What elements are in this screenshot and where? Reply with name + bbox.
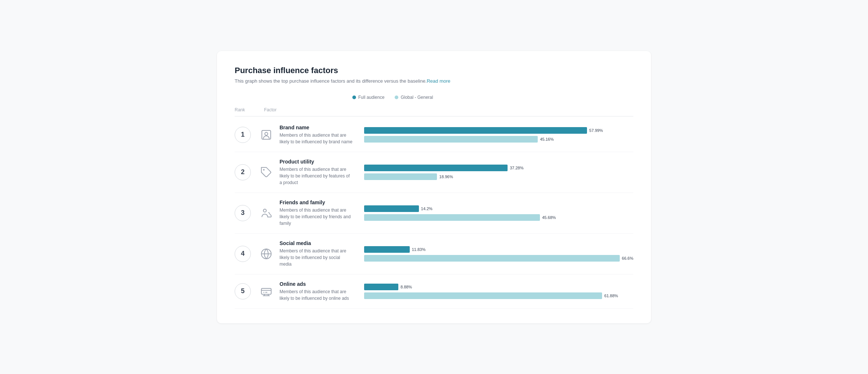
bar-global-wrapper-2: 18.96% — [364, 173, 633, 180]
bar-full-label-3: 14.2% — [421, 206, 433, 211]
legend: Full audience Global - General — [235, 95, 633, 100]
bar-full-wrapper-4: 11.83% — [364, 246, 633, 253]
factor-desc-5: Members of this audience that are likely… — [280, 288, 353, 302]
bar-global-label-3: 45.68% — [542, 215, 556, 220]
svg-point-4 — [264, 216, 265, 217]
factor-desc-4: Members of this audience that are likely… — [280, 248, 353, 267]
bar-full-2 — [364, 165, 508, 171]
legend-full-dot — [352, 96, 356, 99]
bar-full-label-1: 57.99% — [589, 128, 603, 133]
factor-text-2: Product utility Members of this audience… — [280, 159, 353, 186]
factor-icon-social — [258, 246, 274, 262]
factor-text-5: Online ads Members of this audience that… — [280, 281, 353, 302]
bar-full-wrapper-5: 8.88% — [364, 284, 633, 290]
bar-full-wrapper-2: 37.28% — [364, 165, 633, 171]
bar-global-label-5: 61.88% — [604, 294, 618, 298]
card: Purchase influence factors This graph sh… — [217, 51, 651, 323]
factor-name-2: Product utility — [280, 159, 353, 165]
factor-name-5: Online ads — [280, 281, 353, 287]
factor-text-3: Friends and family Members of this audie… — [280, 199, 353, 227]
bars-container-3: 14.2% 45.68% — [364, 205, 633, 221]
table-row: 5 Online ads Members of this audience th… — [235, 274, 633, 309]
rank-circle-2: 2 — [235, 164, 251, 180]
factor-name-4: Social media — [280, 240, 353, 246]
rank-circle-1: 1 — [235, 127, 251, 143]
col-factor-header: Factor — [264, 107, 352, 112]
table-row: 1 Brand name Members of this audience th… — [235, 118, 633, 152]
bar-full-label-2: 37.28% — [510, 166, 523, 170]
bars-container-4: 11.83% 66.6% — [364, 246, 633, 262]
bar-global-label-4: 66.6% — [622, 256, 633, 260]
rank-circle-3: 3 — [235, 205, 251, 221]
bar-global-3 — [364, 214, 540, 221]
bar-global-1 — [364, 136, 538, 143]
table-row: 4 Social media Members of this audience … — [235, 234, 633, 274]
bars-container-1: 57.99% 45.16% — [364, 127, 633, 143]
rows-container: 1 Brand name Members of this audience th… — [235, 118, 633, 309]
factor-text-4: Social media Members of this audience th… — [280, 240, 353, 267]
bar-global-wrapper-3: 45.68% — [364, 214, 633, 221]
factor-desc-2: Members of this audience that are likely… — [280, 166, 353, 186]
factor-desc-3: Members of this audience that are likely… — [280, 207, 353, 227]
svg-point-1 — [265, 132, 268, 135]
factor-icon-friends — [258, 205, 274, 221]
bar-global-wrapper-5: 61.88% — [364, 292, 633, 299]
bar-full-1 — [364, 127, 587, 134]
subtitle: This graph shows the top purchase influe… — [235, 78, 633, 84]
factor-icon-brand — [258, 127, 274, 143]
factor-name-1: Brand name — [280, 125, 353, 130]
rank-circle-5: 5 — [235, 283, 251, 299]
svg-rect-7 — [262, 288, 271, 294]
page-title: Purchase influence factors — [235, 66, 633, 75]
table-row: 2 Product utility Members of this audien… — [235, 152, 633, 193]
bars-container-2: 37.28% 18.96% — [364, 165, 633, 180]
svg-point-3 — [263, 209, 266, 212]
bar-global-label-1: 45.16% — [540, 137, 554, 141]
factor-text-1: Brand name Members of this audience that… — [280, 125, 353, 145]
bar-global-label-2: 18.96% — [439, 175, 453, 179]
legend-full-label: Full audience — [358, 95, 384, 100]
factor-desc-1: Members of this audience that are likely… — [280, 132, 353, 145]
rank-circle-4: 4 — [235, 246, 251, 262]
legend-full: Full audience — [352, 95, 384, 100]
factor-icon-product — [258, 164, 274, 180]
bar-global-2 — [364, 173, 437, 180]
svg-point-2 — [263, 169, 264, 170]
bar-full-wrapper-1: 57.99% — [364, 127, 633, 134]
bar-global-5 — [364, 292, 602, 299]
col-rank-header: Rank — [235, 107, 264, 112]
bar-global-wrapper-4: 66.6% — [364, 255, 633, 262]
bar-global-4 — [364, 255, 620, 262]
bar-full-5 — [364, 284, 398, 290]
bar-full-label-4: 11.83% — [412, 247, 426, 252]
table-row: 3 Friends and family Members of this aud… — [235, 193, 633, 234]
bar-full-wrapper-3: 14.2% — [364, 205, 633, 212]
read-more-link[interactable]: Read more — [427, 78, 450, 84]
bar-full-label-5: 8.88% — [401, 285, 412, 289]
bar-full-3 — [364, 205, 419, 212]
bar-global-wrapper-1: 45.16% — [364, 136, 633, 143]
legend-global-label: Global - General — [401, 95, 433, 100]
factor-name-3: Friends and family — [280, 199, 353, 205]
factor-icon-ads — [258, 283, 274, 299]
legend-global-dot — [395, 96, 398, 99]
legend-global: Global - General — [395, 95, 433, 100]
table-header: Rank Factor — [235, 107, 633, 116]
bar-full-4 — [364, 246, 410, 253]
bars-container-5: 8.88% 61.88% — [364, 284, 633, 299]
